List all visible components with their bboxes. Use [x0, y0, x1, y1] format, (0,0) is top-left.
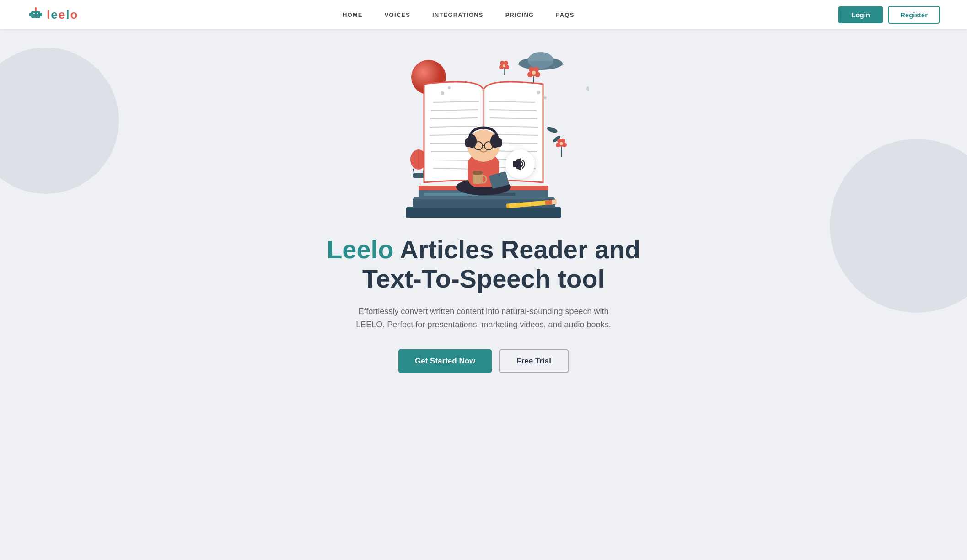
svg-point-5: [35, 7, 37, 9]
svg-rect-0: [31, 11, 40, 18]
svg-line-41: [413, 169, 414, 173]
svg-rect-99: [513, 161, 516, 167]
nav-links: HOME VOICES INTEGRATIONS PRICING FAQS: [343, 11, 575, 19]
nav-item-integrations[interactable]: INTEGRATIONS: [432, 11, 484, 19]
svg-rect-80: [552, 199, 557, 204]
svg-rect-3: [34, 16, 38, 16]
hero-content: Leelo Articles Reader andText-To-Speech …: [327, 235, 640, 373]
svg-rect-96: [473, 171, 483, 175]
svg-point-21: [532, 71, 536, 75]
hero-title-rest: Articles Reader andText-To-Speech tool: [362, 235, 640, 293]
svg-rect-7: [40, 13, 42, 16]
svg-rect-2: [37, 13, 38, 14]
bg-circle-left: [0, 48, 119, 194]
svg-point-31: [546, 126, 558, 134]
nav-item-faqs[interactable]: FAQS: [556, 11, 574, 19]
svg-rect-79: [545, 200, 553, 205]
login-button[interactable]: Login: [838, 6, 883, 23]
svg-point-66: [441, 91, 444, 95]
logo-icon: [27, 6, 44, 23]
svg-rect-70: [406, 208, 561, 218]
nav-item-pricing[interactable]: PRICING: [505, 11, 534, 19]
svg-point-69: [544, 96, 547, 99]
svg-point-14: [518, 61, 564, 68]
svg-rect-93: [465, 138, 472, 147]
nav-item-home[interactable]: HOME: [343, 11, 363, 19]
svg-point-10: [586, 86, 589, 91]
hero-brand-name: Leelo: [327, 235, 393, 264]
hero-illustration: [378, 38, 589, 230]
svg-point-39: [560, 142, 563, 145]
nav-buttons: Login Register: [838, 6, 940, 24]
svg-point-28: [503, 64, 505, 67]
svg-rect-1: [33, 13, 35, 14]
svg-point-35: [556, 143, 560, 147]
logo-text: leelo: [47, 8, 78, 22]
bg-circle-right: [830, 139, 967, 313]
hero-section: Leelo Articles Reader andText-To-Speech …: [0, 29, 967, 400]
logo[interactable]: leelo: [27, 6, 78, 23]
svg-rect-6: [29, 13, 31, 16]
hero-buttons: Get Started Now Free Trial: [327, 349, 640, 373]
hero-title: Leelo Articles Reader andText-To-Speech …: [327, 235, 640, 294]
get-started-button[interactable]: Get Started Now: [398, 349, 492, 373]
svg-point-68: [537, 91, 540, 94]
free-trial-button[interactable]: Free Trial: [499, 349, 569, 373]
svg-rect-81: [506, 204, 509, 208]
register-button[interactable]: Register: [888, 6, 940, 24]
svg-rect-43: [413, 173, 424, 178]
nav-item-voices[interactable]: VOICES: [385, 11, 410, 19]
svg-rect-94: [495, 138, 502, 147]
navbar: leelo HOME VOICES INTEGRATIONS PRICING F…: [0, 0, 967, 29]
svg-point-67: [448, 86, 451, 89]
svg-point-36: [562, 143, 567, 147]
hero-subtitle: Effortlessly convert written content int…: [351, 305, 616, 331]
